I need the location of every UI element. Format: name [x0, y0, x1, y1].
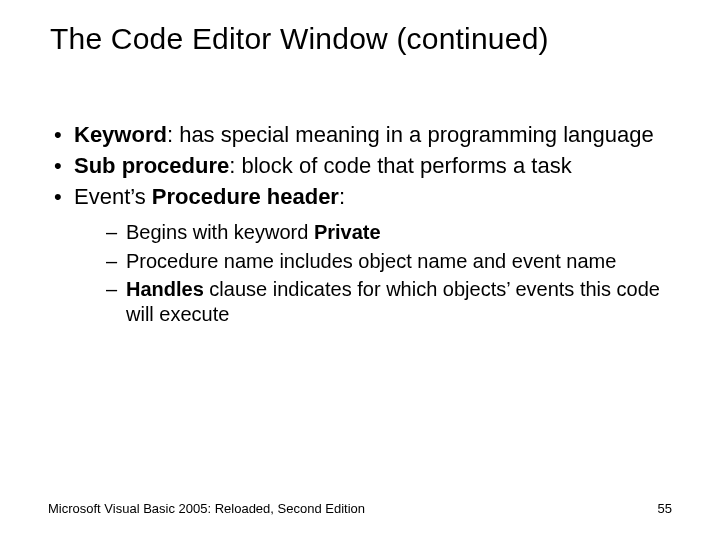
sub-item: Handles clause indicates for which objec… — [106, 277, 672, 326]
footer-page-number: 55 — [658, 501, 672, 516]
bullet-term: Procedure header — [152, 184, 339, 209]
bullet-list: Keyword: has special meaning in a progra… — [48, 122, 672, 326]
sub-bold: Handles — [126, 278, 204, 300]
slide-body: Keyword: has special meaning in a progra… — [48, 122, 672, 330]
footer-source: Microsoft Visual Basic 2005: Reloaded, S… — [48, 501, 365, 516]
bullet-item: Event’s Procedure header: Begins with ke… — [48, 184, 672, 326]
bullet-term: Keyword — [74, 122, 167, 147]
sub-post: clause indicates for which objects’ even… — [126, 278, 660, 324]
sub-item: Begins with keyword Private — [106, 220, 672, 244]
sub-list: Begins with keyword Private Procedure na… — [74, 220, 672, 326]
sub-pre: Begins with keyword — [126, 221, 314, 243]
sub-bold: Private — [314, 221, 381, 243]
sub-pre: Procedure name includes object name and … — [126, 250, 616, 272]
bullet-text: : — [339, 184, 345, 209]
bullet-item: Sub procedure: block of code that perfor… — [48, 153, 672, 180]
slide-title: The Code Editor Window (continued) — [50, 22, 690, 56]
bullet-term: Sub procedure — [74, 153, 229, 178]
bullet-prefix: Event’s — [74, 184, 152, 209]
sub-item: Procedure name includes object name and … — [106, 249, 672, 273]
slide: The Code Editor Window (continued) Keywo… — [0, 0, 720, 540]
bullet-text: : block of code that performs a task — [229, 153, 571, 178]
bullet-item: Keyword: has special meaning in a progra… — [48, 122, 672, 149]
bullet-text: : has special meaning in a programming l… — [167, 122, 654, 147]
